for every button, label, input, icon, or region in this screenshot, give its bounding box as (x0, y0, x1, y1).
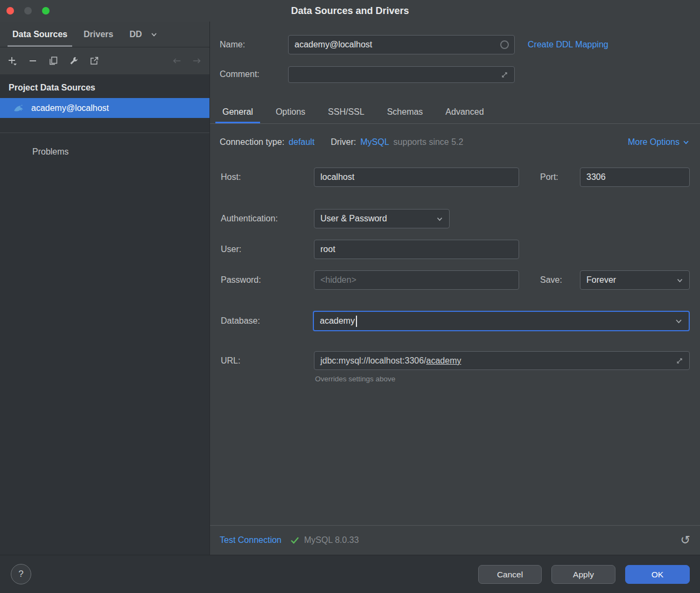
test-connection-result: MySQL 8.0.33 (304, 535, 359, 545)
data-sources-dialog: Data Sources and Drivers Data Sources Dr… (0, 0, 700, 593)
driver-support-note: supports since 5.2 (394, 137, 464, 147)
database-combobox[interactable]: academy (313, 311, 690, 331)
url-override-note: Overrides settings above (315, 375, 395, 383)
driver-value-link[interactable]: MySQL (360, 137, 389, 147)
sidebar-tabstrip: Data Sources Drivers DD (0, 22, 209, 47)
back-arrow-button[interactable] (172, 56, 181, 66)
duplicate-data-source-button[interactable] (48, 56, 58, 66)
revert-changes-icon[interactable]: ↺ (681, 534, 690, 546)
tab-advanced[interactable]: Advanced (438, 100, 491, 123)
ok-button[interactable]: OK (625, 565, 690, 584)
apply-button[interactable]: Apply (551, 565, 615, 584)
tab-schemas-label: Schemas (387, 107, 423, 117)
chevron-down-icon (676, 277, 683, 284)
create-ddl-mapping-link[interactable]: Create DDL Mapping (528, 35, 608, 54)
chevron-down-icon (675, 317, 683, 325)
tab-data-sources-label: Data Sources (12, 30, 67, 39)
sidebar-divider (0, 132, 209, 133)
make-global-export-button[interactable] (89, 56, 99, 66)
database-value: academy (320, 316, 355, 326)
help-button[interactable]: ? (11, 564, 31, 584)
authentication-value: User & Password (320, 214, 387, 224)
user-value: root (320, 245, 335, 254)
connection-type-label: Connection type: (220, 137, 284, 147)
project-data-sources-heading: Project Data Sources (9, 83, 209, 93)
refresh-spinner-icon (500, 40, 509, 49)
host-label: Host: (221, 168, 241, 187)
port-value: 3306 (586, 172, 606, 182)
save-dropdown[interactable]: Forever (580, 270, 690, 290)
expand-editor-icon[interactable] (676, 357, 683, 365)
tab-advanced-label: Advanced (445, 107, 484, 117)
add-data-source-button[interactable] (8, 56, 17, 66)
remove-data-source-button[interactable] (28, 56, 38, 66)
success-check-icon (290, 536, 299, 545)
test-connection-link[interactable]: Test Connection (220, 535, 282, 545)
tabs-divider (210, 123, 700, 124)
url-database-part: academy (426, 356, 461, 366)
forward-arrow-button[interactable] (192, 56, 202, 66)
driver-properties-wrench-button[interactable] (69, 56, 79, 66)
chevron-down-icon (150, 31, 158, 38)
chevron-down-icon (683, 139, 689, 145)
save-label: Save: (540, 270, 562, 290)
titlebar: Data Sources and Drivers (0, 0, 700, 22)
connection-type-row: Connection type: default Driver: MySQL s… (220, 131, 689, 154)
url-label: URL: (221, 351, 240, 370)
port-input[interactable]: 3306 (580, 168, 690, 187)
user-input[interactable]: root (314, 240, 519, 259)
tab-general-label: General (222, 107, 253, 117)
cancel-button[interactable]: Cancel (478, 565, 542, 584)
password-input[interactable]: <hidden> (314, 270, 519, 290)
sidebar: Data Sources Drivers DD (0, 22, 210, 555)
host-value: localhost (320, 172, 354, 182)
port-label: Port: (540, 168, 558, 187)
chevron-down-icon (436, 215, 443, 222)
authentication-label: Authentication: (221, 209, 278, 228)
password-placeholder: <hidden> (320, 275, 356, 285)
tab-ddl-mappings-label: DD (129, 30, 142, 39)
name-value: academy@localhost (295, 40, 372, 50)
statusbar: Test Connection MySQL 8.0.33 ↺ (210, 525, 700, 555)
mysql-dolphin-icon (13, 102, 25, 114)
expand-editor-icon[interactable] (501, 71, 508, 79)
password-label: Password: (221, 270, 261, 290)
host-input[interactable]: localhost (314, 168, 519, 187)
problems-section-label[interactable]: Problems (32, 147, 209, 157)
tab-options[interactable]: Options (269, 100, 312, 123)
window-title: Data Sources and Drivers (0, 0, 700, 22)
database-label: Database: (221, 311, 260, 331)
tab-options-label: Options (276, 107, 305, 117)
tab-drivers-label: Drivers (83, 30, 113, 39)
name-label: Name: (220, 35, 245, 54)
user-label: User: (221, 240, 241, 259)
url-input[interactable]: jdbc:mysql://localhost:3306/academy (314, 351, 690, 370)
sidebar-tabs-overflow-button[interactable] (150, 22, 163, 47)
tab-ssh-ssl[interactable]: SSH/SSL (321, 100, 372, 123)
tab-data-sources[interactable]: Data Sources (4, 22, 75, 47)
data-source-item-label: academy@localhost (31, 103, 109, 113)
comment-input[interactable] (288, 66, 515, 83)
footer: ? Cancel Apply OK (0, 555, 700, 593)
tab-general[interactable]: General (215, 100, 260, 123)
authentication-dropdown[interactable]: User & Password (314, 209, 450, 228)
data-source-item-academy[interactable]: academy@localhost (0, 98, 209, 118)
name-input[interactable]: academy@localhost (288, 35, 515, 54)
tab-ddl-mappings[interactable]: DD (121, 22, 150, 47)
main-panel: Name: academy@localhost Create DDL Mappi… (210, 22, 700, 555)
url-prefix: jdbc:mysql://localhost:3306/ (320, 356, 426, 366)
more-options-link[interactable]: More Options (628, 137, 689, 147)
driver-label: Driver: (331, 137, 356, 147)
save-value: Forever (586, 275, 616, 285)
text-caret (356, 316, 357, 327)
tab-drivers[interactable]: Drivers (75, 22, 121, 47)
tab-schemas[interactable]: Schemas (380, 100, 430, 123)
settings-tabstrip: General Options SSH/SSL Schemas Advanced (215, 100, 500, 123)
tab-ssh-ssl-label: SSH/SSL (328, 107, 365, 117)
more-options-label: More Options (628, 137, 680, 147)
connection-type-value-link[interactable]: default (289, 137, 314, 147)
comment-label: Comment: (220, 66, 260, 83)
sidebar-toolbar (0, 47, 209, 74)
